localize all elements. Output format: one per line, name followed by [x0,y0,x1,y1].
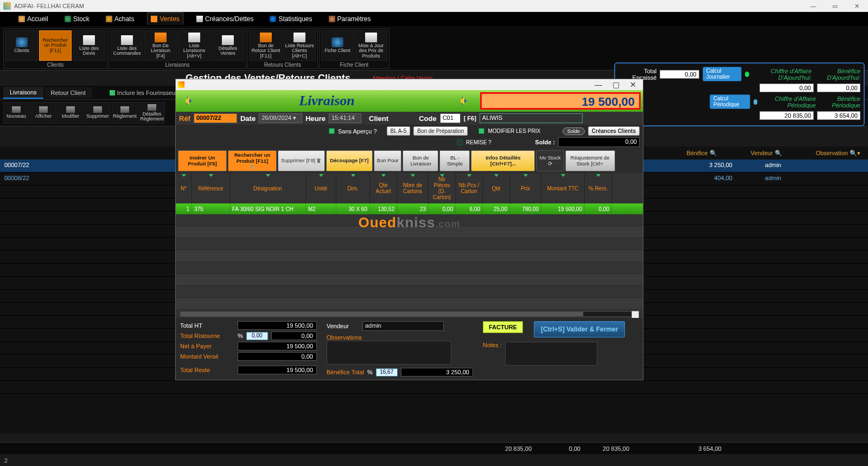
observations-input[interactable] [327,341,451,365]
ref-input[interactable]: 00007/22 [194,113,237,123]
ribbon-liste-devis-button[interactable]: Liste des Devis [73,30,105,61]
ribbon-mise-jour-button[interactable]: Mise à Jour des Prix de Produits [355,30,387,61]
col-dim[interactable]: Dim. [336,173,370,203]
supprimer-ligne-button[interactable]: Supprimer [F8]🗑 [278,150,325,171]
nav-accueil[interactable]: Accueil [15,13,52,25]
col-n[interactable]: N° [176,173,192,203]
inclure-fournisseurs-checkbox[interactable]: Inclure les Fourinsseurs ? [110,90,186,96]
calc-journalier-button[interactable]: Calcul Journalier [703,67,742,81]
nav-creances[interactable]: Créances/Dettes [193,13,257,25]
scrollbar-grip[interactable] [631,311,639,318]
bon-preparation-button[interactable]: Bon de Préparation [413,126,468,136]
dialog-close-button[interactable]: ✕ [626,80,641,89]
col-designation[interactable]: Désignation [230,173,306,203]
ribbon-liste-commandes-button[interactable]: Liste des Commandes [111,30,143,61]
window-minimize-button[interactable]: — [805,3,821,10]
dialog-titlebar: — ▢ ✕ [176,79,643,90]
bon-pour-button[interactable]: Bon Pour [374,150,402,171]
sans-apercu-checkbox[interactable] [329,128,335,134]
metrics-panel: Total Encaissé 0,00 Calcul Journalier Ch… [614,62,865,126]
col-qte[interactable]: Qté [483,173,510,203]
reglement-button[interactable]: Règlement [112,102,138,124]
montant-verse-input[interactable]: 0,00 [238,352,317,361]
ribbon-fiche-client-button[interactable]: Fiche Client [321,30,354,61]
dialog-header: Livraison 19 500,00 [176,90,643,112]
bene-per-value: 3 654,00 [817,111,860,120]
ribbon-rechercher-produit-button[interactable]: Rechercher un Produit [F11] [39,30,72,61]
checkbox-icon [110,90,115,95]
modifier-button[interactable]: Modifier [58,102,84,124]
ribbon-clients-button[interactable]: Clients [5,30,38,61]
bla5-button[interactable]: BL A-5 [387,126,411,136]
window-maximize-button[interactable]: ▭ [827,3,843,10]
valider-fermer-button[interactable]: [Ctrl+S] Valider & Fermer [534,321,625,337]
vendeur-input[interactable]: admin [362,321,444,331]
decoupage-button[interactable]: Découpage [F7] [326,150,373,171]
home-icon [18,16,25,22]
bg-col-benefice[interactable]: Bénifice 🔍 [684,148,719,159]
nav-ventes[interactable]: Ventes [147,12,183,25]
col-nb-pcs-carton[interactable]: Nb.Pcs / Carton [456,173,483,203]
app-title: ADIFAI- FELLHAI CERAM [14,3,84,9]
mv-stock-button[interactable]: Mv Stock ⟳ [536,150,564,171]
tab-livraisons[interactable]: Livraisons [3,87,43,99]
code-input[interactable]: C01 [440,113,461,123]
calc-periodique-button[interactable]: Calcul Périodique [710,94,750,109]
col-prix[interactable]: Prix [510,173,541,203]
dialog-maximize-button[interactable]: ▢ [608,80,623,89]
col-montant-ttc[interactable]: Montant TTC [541,173,585,203]
solde-chip[interactable]: Solde [563,127,585,135]
dialog-minimize-button[interactable]: — [591,80,606,89]
nav-achats[interactable]: Achats [103,13,138,25]
grid-row[interactable]: 1 375 FA 30/60 SIG NOIR 1 CH M2 30 X 60 … [176,203,643,214]
bg-col-vendeur[interactable]: Vendeur 🔍 [749,148,784,159]
supprimer-button[interactable]: Supprimer [85,102,111,124]
window-titlebar: ADIFAI- FELLHAI CERAM — ▭ ✕ [0,0,868,12]
col-ref[interactable]: Référence [192,173,230,203]
col-nb-pieces[interactable]: Nb Pièces (D. Carton) [429,173,456,203]
cart-icon [151,16,157,22]
form-row-2: Sans Aperçu ? BL A-5 Bon de Préparation … [176,125,643,137]
bon-livraison-button[interactable]: Bon de Livraison [403,150,438,171]
ribbon-bon-retour-button[interactable]: Bon de Retour Client [F11] [250,30,282,61]
dialog-icon [178,81,184,88]
creances-clients-button[interactable]: Créances Clients [588,126,640,136]
window-close-button[interactable]: ✕ [848,3,865,10]
ribbon-group-retours: Bon de Retour Client [F11] Liste Retours… [247,28,318,69]
infos-detailles-button[interactable]: Infos Détaillés [Ctrl+F7]... [471,150,535,171]
tab-retour-client[interactable]: Retour Client [44,87,92,98]
nav-stock[interactable]: Stock [61,13,93,25]
bl-simple-button[interactable]: BL -Simple [439,150,470,171]
nav-params[interactable]: Paramètres [326,13,374,25]
nav-stats[interactable]: Statistiques [266,13,315,25]
col-qte-actuel[interactable]: Qte Actuel [370,173,397,203]
indicator-down-icon [754,99,758,105]
grid-scrollbar[interactable] [180,311,639,317]
ribbon-detail-ventes-button[interactable]: Détailles Ventes [212,30,244,61]
col-nbre-cartons[interactable]: Nbre de Cartons [397,173,429,203]
ribbon-bon-livraison-button[interactable]: Bon De Livraison [F4] [144,30,177,61]
notes-input[interactable] [505,342,597,366]
heure-input[interactable]: 15:41:14 [329,113,361,123]
facture-button[interactable]: FACTURE [483,321,523,333]
bg-col-observation[interactable]: Observation 🔍▾ [814,148,863,159]
products-grid: N° Référence Désignation Unité Dim. Qte … [176,173,643,318]
ca-per-value: 20 835,00 [760,111,814,120]
ribbon-liste-retours-button[interactable]: Liste Retours Clients [Alt+C] [283,30,316,61]
date-input[interactable]: 26/08/2024 ▾ [259,113,302,123]
scrollbar-thumb[interactable] [181,312,583,316]
detail-reglement-button[interactable]: Détailles Règlement [139,102,165,124]
ribbon-liste-livraisons-button[interactable]: Liste Livraisons [Alt+V] [178,30,210,61]
nouveau-button[interactable]: Nouveau [3,102,29,124]
col-unite[interactable]: Unité [306,173,336,203]
reajustement-button[interactable]: Réajustement de Stock [Ctrl+ [565,150,615,171]
remise-checkbox[interactable] [457,139,463,145]
client-name-input[interactable]: ALIWIS [480,113,583,123]
ristourne-pct-input[interactable]: 0,00 [246,332,268,340]
afficher-button[interactable]: Afficher [30,102,56,124]
total-ht-value: 19 500,00 [238,321,317,330]
rechercher-produit-button[interactable]: Rechercher un Produit [F11]🔧 [228,150,277,171]
inserer-produit-button[interactable]: Insérer Un Produit [F5] [178,150,227,171]
col-rem[interactable]: % Rem. [585,173,612,203]
modifier-prix-checkbox[interactable] [478,128,484,134]
